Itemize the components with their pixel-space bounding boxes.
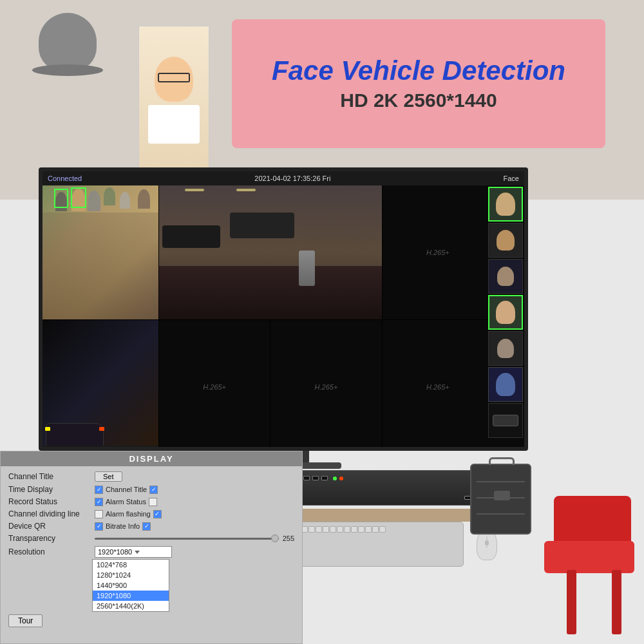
alarm-flashing-label: Alarm flashing bbox=[106, 510, 151, 518]
feature-banner: Face Vehicle Detection HD 2K 2560*1440 bbox=[232, 19, 605, 148]
transparency-slider-area: 255 bbox=[95, 535, 294, 542]
camera-2 bbox=[159, 185, 382, 319]
face-thumb-6 bbox=[488, 367, 523, 402]
bitrate-info-label: Bitrate Info bbox=[106, 522, 140, 530]
tour-row: Tour bbox=[8, 614, 294, 627]
device-qr-row: Device QR Bitrate Info bbox=[8, 522, 294, 531]
key bbox=[337, 526, 343, 533]
suitcase-stripe-3 bbox=[477, 513, 525, 515]
channel-dividing-row: Channel dividing line Alarm flashing bbox=[8, 509, 294, 518]
night-car bbox=[46, 423, 104, 448]
camera-1 bbox=[43, 185, 158, 319]
nvr-statusbar: Connected 2021-04-02 17:35:26 Fri Face bbox=[43, 171, 524, 185]
resolution-selected-value: 1920*1080 bbox=[98, 548, 132, 556]
channel-title-row: Channel Title Set bbox=[8, 471, 294, 482]
face-detection-panel bbox=[487, 185, 524, 451]
key bbox=[308, 526, 315, 533]
key bbox=[330, 526, 336, 533]
resolution-select[interactable]: 1920*1080 bbox=[95, 546, 172, 558]
channel-title-label: Channel Title bbox=[8, 472, 92, 481]
nvr-led-2 bbox=[339, 477, 343, 480]
record-status-label: Record Status bbox=[8, 497, 92, 506]
record-status-checkbox[interactable] bbox=[95, 498, 103, 506]
resolution-option-2560[interactable]: 2560*1440(2K) bbox=[93, 601, 169, 611]
time-display-label: Time Display bbox=[8, 485, 92, 494]
camera-7: H.265+ bbox=[383, 320, 493, 451]
monitor-container: Connected 2021-04-02 17:35:26 Fri Face bbox=[39, 167, 567, 477]
key bbox=[316, 526, 322, 533]
banner-subtitle: HD 2K 2560*1440 bbox=[340, 90, 497, 111]
chair-back bbox=[554, 496, 631, 547]
car-headlight bbox=[45, 427, 50, 431]
key bbox=[344, 526, 350, 533]
face-thumb-3 bbox=[488, 259, 523, 294]
key bbox=[365, 526, 372, 533]
resolution-option-1440[interactable]: 1440*900 bbox=[93, 580, 169, 591]
nvr-box bbox=[296, 470, 489, 506]
parking-car-2 bbox=[230, 213, 294, 238]
device-qr-checkbox[interactable] bbox=[95, 522, 103, 531]
tour-button[interactable]: Tour bbox=[8, 614, 43, 627]
banner-title: Face Vehicle Detection bbox=[272, 56, 565, 86]
transparency-slider-track bbox=[95, 538, 279, 540]
resolution-row: Resolution 1920*1080 bbox=[8, 546, 294, 558]
boy-photo bbox=[138, 26, 209, 174]
resolution-dropdown-list: 1024*768 1280*1024 1440*900 1920*1080 25… bbox=[92, 559, 169, 612]
time-display-checkbox-area: Channel Title bbox=[95, 486, 158, 494]
nvr-port-3 bbox=[321, 476, 328, 480]
nvr-ports bbox=[297, 471, 489, 486]
face-thumb-7 bbox=[488, 403, 523, 438]
key-row-1 bbox=[294, 526, 386, 533]
key bbox=[372, 526, 379, 533]
alarm-flashing-checkbox[interactable] bbox=[153, 510, 162, 518]
face-thumb-4 bbox=[488, 295, 523, 330]
camera-6: H.265+ bbox=[270, 320, 381, 451]
transparency-slider-fill bbox=[95, 538, 279, 540]
resolution-dropdown-arrow bbox=[135, 551, 140, 554]
chair-seat bbox=[544, 541, 634, 573]
alarm-status-checkbox[interactable] bbox=[149, 498, 157, 506]
device-qr-label: Device QR bbox=[8, 522, 92, 531]
face-thumb-5 bbox=[488, 331, 523, 366]
key bbox=[323, 526, 329, 533]
time-display-checkbox[interactable] bbox=[95, 486, 103, 494]
transparency-label: Transparency bbox=[8, 534, 92, 543]
transparency-slider-thumb[interactable] bbox=[271, 535, 279, 542]
camera-grid: H.265+ H.265+ H.265+ H.265+ H.265+ bbox=[43, 185, 493, 451]
channel-title-checkbox[interactable] bbox=[149, 486, 158, 494]
channel-title-set-button[interactable]: Set bbox=[95, 471, 122, 482]
hat-decoration bbox=[39, 13, 103, 116]
suitcase bbox=[470, 464, 531, 535]
resolution-option-1280[interactable]: 1280*1024 bbox=[93, 570, 169, 580]
boy-face bbox=[155, 57, 193, 102]
display-panel-body: Channel Title Set Time Display Channel T… bbox=[1, 466, 302, 636]
key bbox=[379, 526, 386, 533]
bitrate-info-checkbox[interactable] bbox=[142, 522, 151, 531]
key bbox=[351, 526, 357, 533]
channel-dividing-checkbox[interactable] bbox=[95, 510, 103, 518]
cam5-codec-label: H.265+ bbox=[203, 383, 226, 391]
camera-4: H.265+ bbox=[383, 185, 493, 319]
camera-5: H.265+ bbox=[159, 320, 270, 451]
face-thumb-2 bbox=[488, 223, 523, 258]
boy-shirt bbox=[148, 105, 200, 144]
face-thumb-1 bbox=[488, 187, 523, 222]
status-face: Face bbox=[504, 175, 519, 182]
nvr-port-2 bbox=[312, 476, 319, 480]
suitcase-stripe-1 bbox=[477, 481, 525, 482]
transparency-value: 255 bbox=[283, 535, 294, 542]
nvr-led bbox=[333, 477, 337, 480]
transparency-row: Transparency 255 bbox=[8, 534, 294, 543]
resolution-option-1024[interactable]: 1024*768 bbox=[93, 560, 169, 570]
channel-dividing-checkbox-area: Alarm flashing bbox=[95, 510, 162, 518]
record-status-checkbox-area: Alarm Status bbox=[95, 498, 157, 506]
cam7-codec-label: H.265+ bbox=[426, 383, 450, 391]
nvr-port-1 bbox=[303, 476, 310, 480]
resolution-label: Resolution bbox=[8, 547, 92, 556]
channel-dividing-label: Channel dividing line bbox=[8, 509, 92, 518]
chair-leg-2 bbox=[612, 570, 621, 634]
monitor-screen: Connected 2021-04-02 17:35:26 Fri Face bbox=[39, 167, 528, 451]
key bbox=[358, 526, 365, 533]
suitcase-handle bbox=[489, 457, 515, 465]
resolution-option-1920[interactable]: 1920*1080 bbox=[93, 591, 169, 601]
